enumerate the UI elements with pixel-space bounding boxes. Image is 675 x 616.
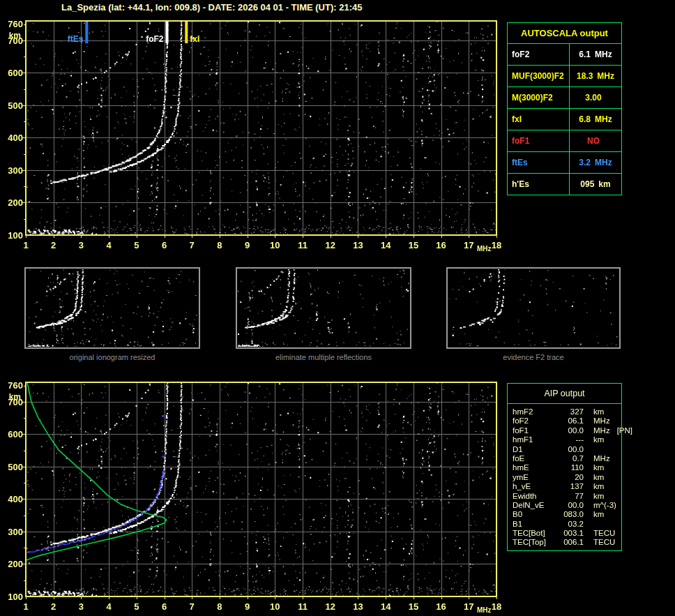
list-item: foF100.0MHz[PN] <box>513 426 621 435</box>
param-label: fxI <box>508 109 570 130</box>
list-item: h_vE137km <box>513 482 621 491</box>
autoscala-header: AUTOSCALA output <box>508 23 622 44</box>
thumbnail-caption: evidence F2 trace <box>446 353 621 361</box>
param-value: 095 <box>580 179 594 189</box>
profilogram-canvas <box>0 377 509 616</box>
param-unit: MHz <box>595 114 612 124</box>
table-row: MUF(3000)F2 18.3MHz <box>508 66 622 87</box>
param-value: 3.00 <box>585 93 601 103</box>
table-row: fxI 6.8MHz <box>508 109 622 130</box>
param-value: 18.3 <box>577 71 593 81</box>
param-label: foF1 <box>508 130 570 152</box>
param-label: ftEs <box>508 152 570 174</box>
list-item: D100.0 <box>513 445 621 454</box>
list-item: TEC[Bot]003.1TECU <box>513 529 621 538</box>
list-item: hmF2327km <box>513 407 621 416</box>
param-label: h'Es <box>508 174 570 195</box>
param-value: 6.8 <box>579 114 591 124</box>
param-label: foF2 <box>508 44 570 66</box>
param-label: M(3000)F2 <box>508 87 570 109</box>
table-row: h'Es 095km <box>508 174 622 195</box>
list-item: DelN_vE00.0m^(-3) <box>513 501 621 510</box>
param-unit: MHz <box>595 158 612 167</box>
list-item: foE0.7MHz <box>513 454 621 463</box>
table-row: M(3000)F2 3.00 <box>508 87 622 109</box>
param-unit: MHz <box>597 71 614 81</box>
param-unit: km <box>598 179 610 189</box>
table-row: ftEs 3.2MHz <box>508 152 622 174</box>
aip-header: AIP output <box>508 384 621 404</box>
station-title: La_Spezia (lat: +44.1, lon: 009.8) - DAT… <box>61 2 362 13</box>
param-label: MUF(3000)F2 <box>508 66 570 87</box>
param-unit: MHz <box>595 50 612 59</box>
list-item: Ewidth77km <box>513 492 621 501</box>
list-item: B103.2 <box>513 520 621 529</box>
list-item: TEC[Top]006.1TECU <box>513 538 621 547</box>
thumbnail-caption: eliminate multiple reflections <box>236 353 411 361</box>
list-item: B0083.0km <box>513 510 621 519</box>
list-item: hmE110km <box>513 463 621 472</box>
list-item: foF206.1MHz <box>513 416 621 426</box>
autoscala-window: La_Spezia (lat: +44.1, lon: 009.8) - DAT… <box>0 0 675 616</box>
param-value: 3.2 <box>579 158 591 167</box>
thumbnail-original-ionogram <box>24 267 200 349</box>
list-item: hmF1---km <box>513 435 621 444</box>
thumbnail-evidence-f2-trace <box>446 267 621 349</box>
param-value: 6.1 <box>579 50 591 59</box>
main-ionogram-canvas <box>0 17 509 262</box>
autoscala-header-row: AUTOSCALA output <box>508 23 622 44</box>
aip-output-table: AIP output hmF2327km foF206.1MHz foF100.… <box>507 383 622 551</box>
param-value: NO <box>587 136 600 146</box>
list-item: ymE20km <box>513 473 621 482</box>
table-row: foF2 6.1MHz <box>508 44 622 66</box>
aip-rows: hmF2327km foF206.1MHz foF100.0MHz[PN] hm… <box>508 404 621 548</box>
table-row: foF1 NO <box>508 130 622 152</box>
autoscala-output-table: AUTOSCALA output foF2 6.1MHz MUF(3000)F2… <box>507 22 622 195</box>
thumbnail-caption: original ionogram resized <box>24 353 200 361</box>
thumbnail-eliminate-reflections <box>236 267 411 349</box>
